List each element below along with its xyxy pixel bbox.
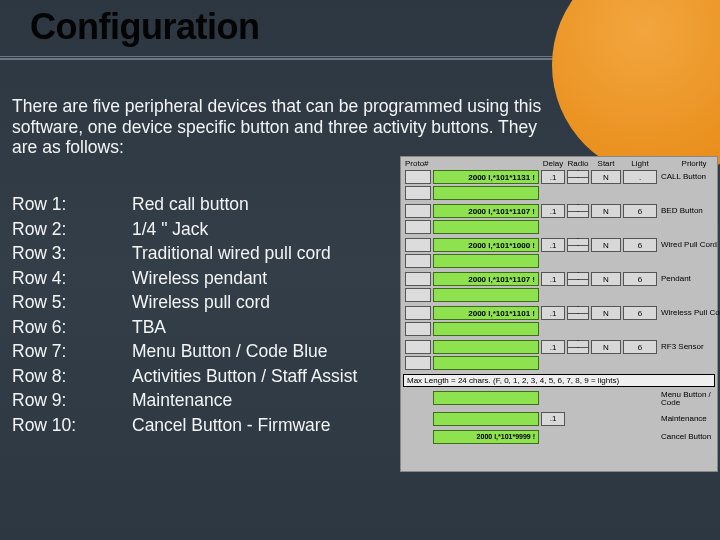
start-stepper[interactable]: ˄˅ bbox=[567, 204, 589, 218]
row-definition: Row 10: Cancel Button - Firmware bbox=[12, 413, 357, 438]
panel-row: .1˄˅N6RF3 Sensor bbox=[403, 340, 715, 370]
row-toggle-button[interactable] bbox=[405, 170, 431, 184]
proto-field[interactable] bbox=[433, 391, 539, 405]
proto-field[interactable] bbox=[433, 288, 539, 302]
proto-field[interactable]: 2000 l,*101*1000 ! bbox=[433, 238, 539, 252]
delay-cell[interactable]: .1 bbox=[541, 204, 565, 218]
row-toggle-button[interactable] bbox=[405, 186, 431, 200]
config-panel: Proto# Delay Radio Start Light Priority … bbox=[400, 156, 718, 472]
row-label: BED Button bbox=[659, 204, 720, 218]
header-light: Light bbox=[623, 159, 657, 168]
radio-cell[interactable]: N bbox=[591, 238, 621, 252]
row-toggle-button[interactable] bbox=[405, 356, 431, 370]
row-definition: Row 1:Red call button bbox=[12, 192, 357, 217]
proto-field[interactable] bbox=[433, 340, 539, 354]
delay-cell[interactable]: .1 bbox=[541, 412, 565, 426]
row-label: Row 9: bbox=[12, 388, 132, 413]
row-label: Row 5: bbox=[12, 290, 132, 315]
row-label: Wireless Pull Cord bbox=[659, 306, 720, 320]
row-desc: Cancel Button - Firmware bbox=[132, 413, 357, 438]
proto-field[interactable]: 2000 l,*101*1101 ! bbox=[433, 306, 539, 320]
radio-cell[interactable]: N bbox=[591, 272, 621, 286]
row-label: Wired Pull Cord bbox=[659, 238, 720, 252]
panel-row: 2000 l,*101*1000 !.1˄˅N6Wired Pull Cord bbox=[403, 238, 715, 268]
row-toggle-button[interactable] bbox=[405, 238, 431, 252]
proto-field[interactable]: 2000 l,*101*1107 ! bbox=[433, 204, 539, 218]
proto-field[interactable] bbox=[433, 412, 539, 426]
row-definition: Row 7:Menu Button / Code Blue bbox=[12, 339, 357, 364]
priority-cell[interactable]: 6 bbox=[623, 340, 657, 354]
header-radio: Radio bbox=[567, 159, 589, 168]
row-definitions: Row 1:Red call buttonRow 2:1/4 " JackRow… bbox=[12, 192, 357, 437]
chevron-down-icon[interactable]: ˅ bbox=[567, 246, 589, 253]
row-desc: Wireless pendant bbox=[132, 266, 357, 291]
row-definition: Row 9:Maintenance bbox=[12, 388, 357, 413]
row-label: RF3 Sensor bbox=[659, 340, 720, 354]
chevron-down-icon[interactable]: ˅ bbox=[567, 314, 589, 321]
radio-cell[interactable]: N bbox=[591, 170, 621, 184]
row-label: Row 10: bbox=[12, 413, 132, 438]
row-toggle-button[interactable] bbox=[405, 220, 431, 234]
chevron-down-icon[interactable]: ˅ bbox=[567, 280, 589, 287]
row-label: Menu Button / Code bbox=[659, 391, 720, 408]
delay-cell[interactable]: .1 bbox=[541, 306, 565, 320]
proto-field[interactable] bbox=[433, 254, 539, 268]
row-toggle-button[interactable] bbox=[405, 322, 431, 336]
priority-cell[interactable]: 6 bbox=[623, 306, 657, 320]
panel-row: 2000 l,*101*1107 !.1˄˅N6Pendant bbox=[403, 272, 715, 302]
start-stepper[interactable]: ˄˅ bbox=[567, 238, 589, 252]
priority-cell[interactable]: . bbox=[623, 170, 657, 184]
maxlength-note: Max Length = 24 chars. (F, 0, 1, 2, 3, 4… bbox=[403, 374, 715, 387]
chevron-down-icon[interactable]: ˅ bbox=[567, 178, 589, 185]
row-desc: Red call button bbox=[132, 192, 357, 217]
proto-field[interactable] bbox=[433, 322, 539, 336]
row-toggle-button[interactable] bbox=[405, 254, 431, 268]
chevron-down-icon[interactable]: ˅ bbox=[567, 348, 589, 355]
row-desc: TBA bbox=[132, 315, 357, 340]
radio-cell[interactable]: N bbox=[591, 204, 621, 218]
start-stepper[interactable]: ˄˅ bbox=[567, 272, 589, 286]
proto-field[interactable] bbox=[433, 220, 539, 234]
proto-field[interactable]: 2000 l,*101*9999 ! bbox=[433, 430, 539, 444]
delay-cell[interactable]: .1 bbox=[541, 170, 565, 184]
delay-cell[interactable]: .1 bbox=[541, 238, 565, 252]
row-desc: Traditional wired pull cord bbox=[132, 241, 357, 266]
start-stepper[interactable]: ˄˅ bbox=[567, 170, 589, 184]
delay-cell[interactable]: .1 bbox=[541, 272, 565, 286]
row-toggle-button[interactable] bbox=[405, 306, 431, 320]
row-label: Row 6: bbox=[12, 315, 132, 340]
proto-field[interactable]: 2000 l,*101*1131 ! bbox=[433, 170, 539, 184]
priority-cell[interactable]: 6 bbox=[623, 204, 657, 218]
chevron-down-icon[interactable]: ˅ bbox=[567, 212, 589, 219]
priority-cell[interactable]: 6 bbox=[623, 238, 657, 252]
proto-field[interactable] bbox=[433, 186, 539, 200]
start-stepper[interactable]: ˄˅ bbox=[567, 340, 589, 354]
radio-cell[interactable]: N bbox=[591, 340, 621, 354]
page-title: Configuration bbox=[30, 6, 259, 48]
header-delay: Delay bbox=[541, 159, 565, 168]
row-label: Row 1: bbox=[12, 192, 132, 217]
panel-row: 2000 l,*101*1101 !.1˄˅N6Wireless Pull Co… bbox=[403, 306, 715, 336]
row-toggle-button[interactable] bbox=[405, 288, 431, 302]
header-start: Start bbox=[591, 159, 621, 168]
priority-cell[interactable]: 6 bbox=[623, 272, 657, 286]
row-label: Row 7: bbox=[12, 339, 132, 364]
row-definition: Row 2:1/4 " Jack bbox=[12, 217, 357, 242]
row-desc: Wireless pull cord bbox=[132, 290, 357, 315]
radio-cell[interactable]: N bbox=[591, 306, 621, 320]
delay-cell[interactable]: .1 bbox=[541, 340, 565, 354]
row-desc: 1/4 " Jack bbox=[132, 217, 357, 242]
start-stepper[interactable]: ˄˅ bbox=[567, 306, 589, 320]
row-toggle-button[interactable] bbox=[405, 340, 431, 354]
row-desc: Menu Button / Code Blue bbox=[132, 339, 357, 364]
row-label: Row 8: bbox=[12, 364, 132, 389]
row-toggle-button[interactable] bbox=[405, 272, 431, 286]
proto-field[interactable]: 2000 l,*101*1107 ! bbox=[433, 272, 539, 286]
row-label: Row 4: bbox=[12, 266, 132, 291]
panel-footer-row-1: Menu Button / Code bbox=[403, 391, 715, 408]
panel-footer-row-2: .1 Maintenance bbox=[403, 412, 715, 426]
panel-row: 2000 l,*101*1131 !.1˄˅N.CALL Button bbox=[403, 170, 715, 200]
panel-footer-row-3: 2000 l,*101*9999 ! Cancel Button bbox=[403, 430, 715, 444]
row-toggle-button[interactable] bbox=[405, 204, 431, 218]
proto-field[interactable] bbox=[433, 356, 539, 370]
